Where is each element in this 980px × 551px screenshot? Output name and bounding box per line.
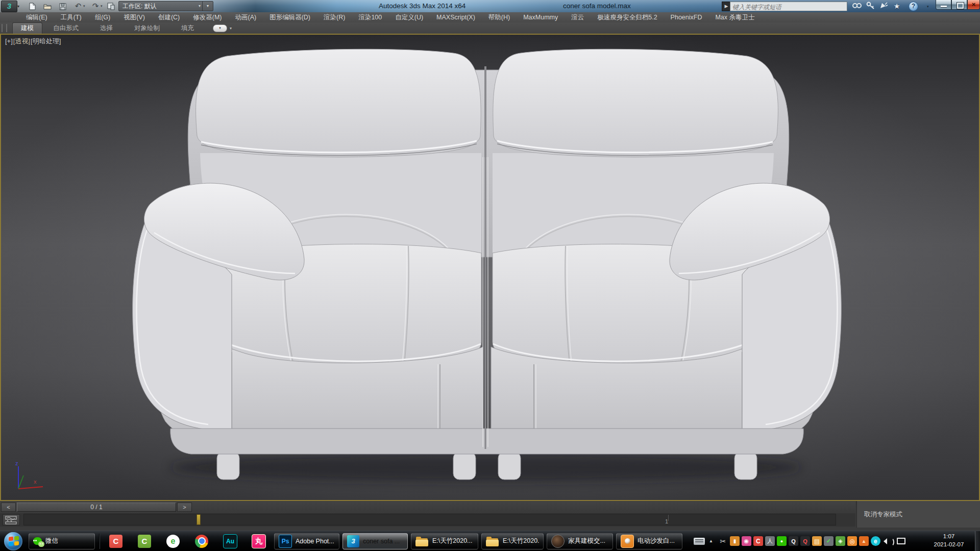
- browser-tray-icon[interactable]: ▤: [812, 536, 822, 546]
- taskbar-sofa-image-button[interactable]: 电动沙发白...: [616, 533, 682, 549]
- time-slider-handle[interactable]: 0 / 1: [17, 503, 176, 512]
- ribbon-minimize-button[interactable]: ▾: [213, 24, 227, 32]
- menu-help[interactable]: 帮助(H): [482, 13, 517, 22]
- workspace-selector[interactable]: 工作区: 默认 ▾: [118, 1, 204, 11]
- taskbar-wan-app[interactable]: 丸: [247, 533, 271, 549]
- menu-modifiers[interactable]: 修改器(M): [186, 13, 228, 22]
- taskbar-camtasia-studio[interactable]: C: [132, 533, 157, 549]
- screenshot-tray-icon[interactable]: ◎: [847, 536, 857, 546]
- workspace-extra-dropdown[interactable]: ▾: [202, 1, 213, 11]
- save-button[interactable]: [57, 1, 68, 11]
- help-dropdown-icon[interactable]: ▾: [927, 5, 929, 9]
- menu-animation[interactable]: 动画(A): [228, 13, 263, 22]
- volume-tray-icon[interactable]: [883, 536, 893, 546]
- close-button[interactable]: ×: [967, 0, 980, 10]
- communication-center-button[interactable]: [851, 2, 863, 11]
- taskbar-folder1-button[interactable]: E:\天竹2020...: [411, 533, 478, 549]
- menu-customize[interactable]: 自定义(U): [388, 13, 430, 22]
- folder-icon: [486, 536, 499, 546]
- minimize-button[interactable]: [936, 0, 951, 10]
- mini-curve-editor-button[interactable]: [3, 514, 20, 525]
- camtasia-tray-icon[interactable]: C: [753, 536, 763, 546]
- keyboard-layout-icon[interactable]: [694, 538, 705, 545]
- menu-views[interactable]: 视图(V): [117, 13, 152, 22]
- network-tray-icon[interactable]: [896, 537, 905, 545]
- undo-button[interactable]: ↶: [72, 1, 84, 11]
- taskbar-audition[interactable]: Au: [218, 533, 242, 549]
- menu-edit[interactable]: 编辑(E): [19, 13, 54, 22]
- help-button[interactable]: ?: [909, 2, 918, 11]
- project-toggle-button[interactable]: [105, 1, 116, 11]
- menu-graph-editors[interactable]: 图形编辑器(D): [263, 13, 317, 22]
- time-slider-track[interactable]: < 0 / 1 >: [0, 502, 855, 513]
- taskbar-furniture-chat-button[interactable]: 家具建模交...: [547, 533, 613, 549]
- security-tray-icon[interactable]: ▲: [859, 536, 869, 546]
- taskbar-wechat-button[interactable]: 微信: [29, 533, 95, 549]
- menu-group[interactable]: 组(G): [88, 13, 117, 22]
- ribbon-tab-object-paint[interactable]: 对象绘制: [124, 23, 170, 34]
- maximize-button[interactable]: [951, 0, 967, 10]
- menu-tools[interactable]: 工具(T): [54, 13, 88, 22]
- menu-archive-tool[interactable]: 极速瘦身安全归档5.2: [591, 13, 664, 22]
- ribbon-tab-populate[interactable]: 填充: [170, 23, 205, 34]
- viewport-menu-pov[interactable]: [透视]: [13, 37, 30, 45]
- track-bar-frames[interactable]: 1: [23, 514, 836, 525]
- new-file-button[interactable]: [27, 1, 38, 11]
- taskbar-clock[interactable]: 1:07 2021-02-07: [926, 532, 972, 548]
- current-frame-marker[interactable]: [197, 514, 201, 525]
- taskbar-browser-360[interactable]: e: [161, 533, 185, 549]
- viewport-menu-general[interactable]: [+]: [5, 37, 13, 45]
- app-logo-dropdown-icon[interactable]: ▾: [17, 4, 19, 9]
- redo-dropdown-icon[interactable]: ▾: [101, 4, 103, 8]
- infocenter-button[interactable]: [878, 2, 889, 11]
- ribbon-tab-selection[interactable]: 选择: [89, 23, 124, 34]
- taskbar-chrome[interactable]: [189, 533, 214, 549]
- menu-render100[interactable]: 渲染100: [352, 13, 388, 22]
- qq-offline-tray-icon[interactable]: Q: [800, 536, 810, 546]
- undo-dropdown-icon[interactable]: ▾: [83, 4, 85, 8]
- sofa-model-render[interactable]: [1, 35, 979, 500]
- show-hidden-icons-button[interactable]: ▲: [709, 539, 713, 543]
- reader-tray-icon[interactable]: 人: [765, 536, 775, 546]
- track-bar[interactable]: 1: [0, 513, 855, 527]
- ribbon-tab-freeform[interactable]: 自由形式: [42, 23, 89, 34]
- snip-tool-tray-icon[interactable]: ✂: [718, 536, 728, 546]
- media-hub-tray-icon[interactable]: ◉: [742, 536, 751, 546]
- perspective-viewport[interactable]: [+][透视][明暗处理] z x: [0, 34, 980, 501]
- favorites-button[interactable]: ★: [891, 2, 902, 11]
- taskbar-camtasia-recorder[interactable]: C: [104, 533, 128, 549]
- wireless-tray-icon[interactable]: ◈: [836, 536, 845, 546]
- eset-tray-icon[interactable]: e: [871, 536, 880, 546]
- workspace-label: 工作区: 默认: [122, 3, 157, 10]
- menu-phoenixfd[interactable]: PhoenixFD: [664, 14, 709, 21]
- taskbar-photoshop-button[interactable]: Ps Adobe Phot...: [274, 533, 339, 549]
- taskbar-separator: [99, 534, 100, 549]
- ribbon-overflow-dropdown-icon[interactable]: ▾: [230, 26, 232, 31]
- furniture-label: 家具建模交...: [568, 537, 605, 545]
- start-button[interactable]: [3, 531, 23, 551]
- previous-frame-button[interactable]: <: [1, 503, 16, 512]
- menu-maxscript[interactable]: MAXScript(X): [430, 14, 482, 21]
- usb-eject-tray-icon[interactable]: ✓: [824, 536, 834, 546]
- wechat-tray-icon[interactable]: ●: [777, 536, 787, 546]
- next-frame-button[interactable]: >: [177, 503, 192, 512]
- menu-rendering[interactable]: 渲染(R): [317, 13, 352, 22]
- usb-storage-tray-icon[interactable]: ▮: [730, 536, 740, 546]
- license-key-button[interactable]: [865, 2, 876, 11]
- qq-tray-icon[interactable]: Q: [789, 536, 798, 546]
- cancel-expert-mode-button[interactable]: 取消专家模式: [864, 509, 925, 520]
- menu-antivirus[interactable]: Max 杀毒卫士: [708, 13, 761, 22]
- show-desktop-button[interactable]: [975, 531, 980, 551]
- taskbar-folder2-button[interactable]: E:\天竹2020...: [481, 533, 544, 549]
- menu-create[interactable]: 创建(C): [152, 13, 186, 22]
- search-input[interactable]: [730, 3, 847, 12]
- menu-rendercloud[interactable]: 渲云: [565, 13, 591, 22]
- viewport-menu-shading[interactable]: [明暗处理]: [31, 37, 61, 45]
- taskbar-3dsmax-button-active[interactable]: 3 coner sofa ...: [342, 533, 408, 549]
- redo-button[interactable]: ↷: [90, 1, 101, 11]
- ribbon-tab-modeling[interactable]: 建模: [12, 22, 42, 34]
- open-file-button[interactable]: [42, 1, 53, 11]
- app-logo-button[interactable]: 3: [1, 1, 17, 12]
- menu-maxmummy[interactable]: MaxMummy: [517, 14, 565, 21]
- ribbon-grip-handle[interactable]: [2, 24, 7, 32]
